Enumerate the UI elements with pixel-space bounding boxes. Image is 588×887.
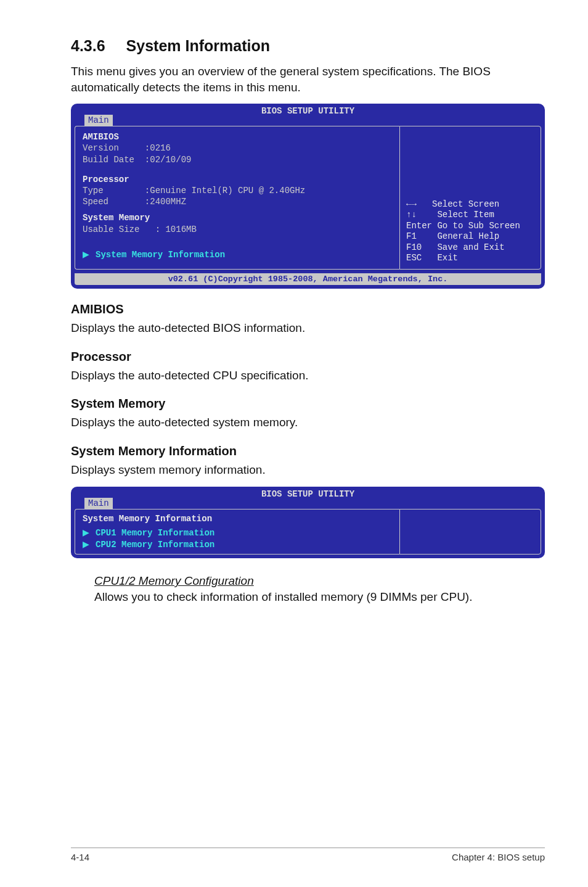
- bios-screenshot-main: BIOS SETUP UTILITY Main AMIBIOS Version …: [71, 104, 545, 289]
- sub-sysmeminfo-p: Displays system memory information.: [71, 462, 545, 478]
- triangle-right-icon: ▶: [83, 249, 89, 259]
- amibios-heading: AMIBIOS: [83, 131, 392, 142]
- chapter-label: Chapter 4: BIOS setup: [452, 852, 545, 862]
- sub-sysmem-h: System Memory: [71, 397, 545, 411]
- bios-copyright: v02.61 (C)Copyright 1985-2008, American …: [75, 273, 541, 285]
- sysmem-heading: System Memory: [83, 212, 392, 223]
- sub-sysmeminfo-h: System Memory Information: [71, 444, 545, 458]
- bios-title: BIOS SETUP UTILITY: [71, 489, 545, 499]
- bios-screenshot-sysmeminfo: BIOS SETUP UTILITY Main System Memory In…: [71, 487, 545, 559]
- bios-help-panel: ←→ Select Screen ↑↓ Select Item Enter Go…: [399, 126, 541, 270]
- nav-f1: F1 General Help: [406, 231, 534, 242]
- bios-tab-main[interactable]: Main: [84, 498, 113, 509]
- amibios-version-row: Version :0216: [83, 142, 392, 154]
- processor-heading: Processor: [83, 174, 392, 185]
- triangle-right-icon: ▶: [83, 539, 89, 549]
- section-heading: 4.3.6System Information: [71, 37, 545, 55]
- section-number: 4.3.6: [71, 37, 105, 55]
- nav-f10: F10 Save and Exit: [406, 242, 534, 254]
- submenu-cpu2-meminfo[interactable]: ▶CPU2 Memory Information: [83, 538, 392, 550]
- sub-amibios-h: AMIBIOS: [71, 302, 545, 316]
- section-intro: This menu gives you an overview of the g…: [71, 64, 545, 95]
- nav-esc: ESC Exit: [406, 253, 534, 264]
- nav-select-item: ↑↓ Select Item: [406, 210, 534, 221]
- bios-tab-main[interactable]: Main: [84, 115, 113, 126]
- nav-select-screen: ←→ Select Screen: [406, 199, 534, 210]
- submenu-sysmeminfo[interactable]: ▶System Memory Information: [83, 249, 392, 260]
- bios-help-panel: [399, 509, 541, 555]
- amibios-build-row: Build Date :02/10/09: [83, 154, 392, 165]
- sub-processor-p: Displays the auto-detected CPU specifica…: [71, 368, 545, 384]
- sub-sysmem-p: Displays the auto-detected system memory…: [71, 415, 545, 431]
- processor-type-row: Type :Genuine Intel(R) CPU @ 2.40GHz: [83, 185, 392, 196]
- sub-processor-h: Processor: [71, 350, 545, 364]
- sysmeminfo-heading: System Memory Information: [83, 513, 392, 524]
- bios-title: BIOS SETUP UTILITY: [71, 106, 545, 116]
- bios-left-panel: System Memory Information ▶CPU1 Memory I…: [75, 509, 399, 555]
- bios-header: BIOS SETUP UTILITY Main: [71, 104, 545, 126]
- bios-header: BIOS SETUP UTILITY Main: [71, 487, 545, 509]
- nav-enter: Enter Go to Sub Screen: [406, 221, 534, 232]
- submenu-cpu1-meminfo[interactable]: ▶CPU1 Memory Information: [83, 527, 392, 538]
- bios-left-panel: AMIBIOS Version :0216 Build Date :02/10/…: [75, 126, 399, 270]
- page-number: 4-14: [71, 852, 89, 862]
- page-footer: 4-14 Chapter 4: BIOS setup: [71, 848, 545, 862]
- triangle-right-icon: ▶: [83, 527, 89, 537]
- sub-amibios-p: Displays the auto-detected BIOS informat…: [71, 320, 545, 336]
- sysmem-usable-row: Usable Size : 1016MB: [83, 224, 392, 235]
- section-name: System Information: [126, 37, 270, 54]
- cpu12-body: Allows you to check information of insta…: [94, 589, 545, 605]
- cpu12-heading: CPU1/2 Memory Configuration: [94, 574, 254, 588]
- processor-speed-row: Speed :2400MHZ: [83, 196, 392, 207]
